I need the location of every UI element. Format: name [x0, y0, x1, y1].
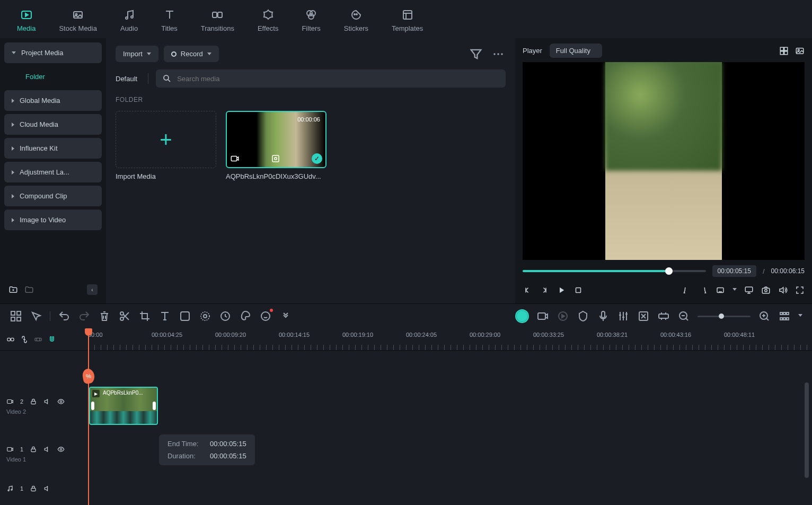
track-options-button[interactable]	[778, 310, 791, 323]
player-viewport[interactable]	[523, 62, 805, 260]
scrubber-handle[interactable]	[665, 267, 673, 275]
picture-icon[interactable]	[795, 46, 805, 56]
timeline-ruler[interactable]: 00:0000:00:04:2500:00:09:2000:00:14:1500…	[88, 328, 812, 350]
ruler-label: 00:00:43:16	[660, 332, 691, 338]
sidebar-item-influence-kit[interactable]: Influence Kit	[4, 138, 102, 159]
next-frame-button[interactable]	[540, 285, 549, 295]
text-button[interactable]	[158, 310, 171, 323]
mute-icon[interactable]	[43, 446, 51, 453]
sort-button[interactable]: Default	[116, 75, 140, 83]
display-button[interactable]	[744, 285, 754, 295]
scrubber-track[interactable]	[523, 270, 706, 272]
time-separator: /	[763, 267, 765, 275]
zoom-in-button[interactable]	[758, 310, 771, 323]
color-button[interactable]	[239, 310, 252, 323]
mute-icon[interactable]	[43, 398, 51, 405]
group-icon[interactable]	[34, 335, 42, 344]
zoom-out-button[interactable]	[677, 310, 690, 323]
prev-frame-button[interactable]	[523, 285, 532, 295]
lock-icon[interactable]	[30, 398, 37, 405]
tab-stickers[interactable]: Stickers	[340, 6, 373, 38]
aspect-ratio-button[interactable]	[716, 285, 725, 295]
tab-media[interactable]: Media	[13, 6, 40, 38]
timeline-clip[interactable]: ▶ AQPbRsLknP0...	[89, 387, 158, 425]
tab-transitions[interactable]: Transitions	[197, 6, 239, 38]
tab-filters[interactable]: Filters	[297, 6, 324, 38]
fit-button[interactable]	[657, 310, 670, 323]
render-button[interactable]	[637, 310, 650, 323]
more-options-button[interactable]	[491, 47, 506, 62]
crop-button[interactable]	[138, 310, 151, 323]
tab-titles[interactable]: Titles	[157, 6, 182, 38]
lock-icon[interactable]	[30, 446, 37, 453]
tab-effects[interactable]: Effects	[253, 6, 283, 38]
titles-icon	[163, 8, 176, 21]
timeline-scrollbar[interactable]	[805, 382, 809, 478]
sidebar-item-adjustment-layer[interactable]: Adjustment La...	[4, 162, 102, 182]
tab-templates[interactable]: Templates	[387, 6, 427, 38]
audio-mixer-button[interactable]	[617, 310, 630, 323]
clip-handle-left[interactable]	[91, 402, 94, 410]
select-tool[interactable]	[10, 310, 22, 323]
import-media-card[interactable]: + Import Media	[116, 111, 216, 180]
marker-button[interactable]	[577, 310, 589, 323]
zoom-slider[interactable]	[698, 316, 751, 317]
ai-button[interactable]	[259, 310, 272, 323]
sidebar-item-folder[interactable]: Folder	[4, 66, 102, 87]
fullscreen-button[interactable]	[795, 285, 805, 295]
sidebar-item-project-media[interactable]: Project Media	[4, 42, 102, 63]
svg-rect-59	[31, 401, 36, 404]
visibility-icon[interactable]	[57, 446, 65, 453]
snapshot-button[interactable]	[761, 285, 771, 295]
sidebar-item-cloud-media[interactable]: Cloud Media	[4, 114, 102, 135]
clip-label: AQPbRsLknP0...	[103, 390, 143, 396]
chevron-down-icon	[147, 53, 151, 55]
delete-button[interactable]	[98, 310, 111, 323]
more-tools-button[interactable]	[279, 310, 292, 323]
sidebar-item-global-media[interactable]: Global Media	[4, 90, 102, 111]
track-video-2: 2 Video 2 ▶ AQPbRsLknP0...	[0, 382, 812, 430]
collapse-sidebar-button[interactable]: ‹	[87, 284, 98, 295]
mute-icon[interactable]	[43, 485, 51, 492]
media-clip-card[interactable]: 00:00:06 ✓ AQPbRsLknP0cDIXux3GUdv...	[226, 111, 326, 180]
pointer-tool[interactable]	[30, 310, 42, 323]
svg-point-60	[60, 400, 62, 403]
motion-button[interactable]	[199, 310, 211, 323]
layout-grid-icon[interactable]	[779, 46, 789, 56]
ai-avatar-icon[interactable]	[515, 309, 529, 323]
visibility-icon[interactable]	[57, 398, 65, 405]
mark-in-button[interactable]	[682, 285, 691, 295]
tab-audio[interactable]: Audio	[116, 6, 142, 38]
cut-button[interactable]	[118, 310, 131, 323]
quality-select[interactable]: Full Quality	[550, 43, 602, 58]
link-icon[interactable]	[6, 335, 15, 344]
mark-out-button[interactable]	[699, 285, 708, 295]
ai-video-button[interactable]	[536, 310, 549, 323]
sidebar-item-image-to-video[interactable]: Image to Video	[4, 210, 102, 230]
stop-button[interactable]	[573, 285, 583, 295]
magnet-icon[interactable]	[48, 335, 56, 344]
tab-stock-media[interactable]: Stock Media	[55, 6, 101, 38]
folder-icon[interactable]	[24, 285, 34, 294]
chevron-down-icon[interactable]	[798, 314, 802, 318]
lock-icon[interactable]	[30, 485, 37, 492]
clip-handle-right[interactable]	[153, 402, 156, 410]
undo-button[interactable]	[58, 310, 70, 323]
speed-button[interactable]	[219, 310, 232, 323]
search-input[interactable]	[177, 75, 499, 83]
filter-button[interactable]	[469, 47, 483, 62]
import-button[interactable]: Import	[116, 46, 158, 62]
playhead[interactable]: %	[88, 328, 89, 505]
mask-button[interactable]	[179, 310, 191, 323]
record-button[interactable]: Record	[164, 46, 219, 62]
voiceover-button[interactable]	[597, 310, 610, 323]
new-folder-icon[interactable]	[8, 285, 18, 294]
chain-icon[interactable]	[20, 335, 29, 344]
sidebar-item-compound-clip[interactable]: Compound Clip	[4, 186, 102, 206]
svg-rect-50	[783, 312, 785, 315]
play-button[interactable]	[557, 285, 566, 295]
svg-rect-34	[17, 317, 21, 321]
volume-button[interactable]	[778, 285, 788, 295]
zoom-handle[interactable]	[719, 314, 724, 319]
chevron-down-icon[interactable]	[732, 288, 737, 292]
